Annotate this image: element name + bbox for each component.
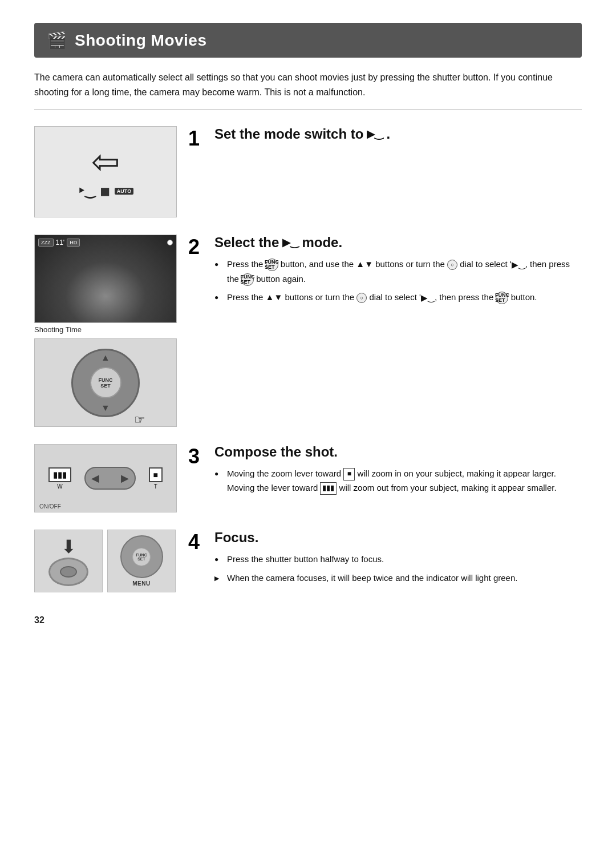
step-4-shutter-image: ⬇ — [34, 530, 103, 592]
step-1-movie-icon: ▶‿ — [367, 128, 383, 140]
movie-icon-2: ▶‿ — [421, 293, 435, 302]
step-1-row: ⇦ ‣‿ ◼ AUTO 1 Set the mode switch to ▶‿. — [34, 126, 582, 217]
time-indicator: 11' — [56, 239, 65, 247]
step-1-title-period: . — [386, 126, 390, 142]
step-2-image-col: ZZZ 11' HD Shooting Time ▲ ▼ FUNC SET — [34, 235, 183, 427]
on-off-label: ON/OFF — [39, 503, 61, 510]
zoom-left-arrow: ◀ — [91, 472, 99, 485]
step-1-title: Set the mode switch to ▶‿. — [214, 126, 582, 142]
step-2-bullet-1: Press the FUNCSET button, and use the ▲▼… — [214, 257, 582, 286]
step-2-text: Select the ▶‿ mode. Press the FUNCSET bu… — [214, 235, 582, 310]
wide-label: W — [57, 483, 62, 490]
step-4-body: Press the shutter button halfway to focu… — [214, 552, 582, 586]
zoom-body: ◀ ▶ — [84, 467, 136, 490]
step-4-text: Focus. Press the shutter button halfway … — [214, 530, 582, 590]
tele-zoom-side: ■ T — [149, 467, 163, 490]
step-1-image-col: ⇦ ‣‿ ◼ AUTO — [34, 126, 183, 217]
step-2-func-image: ▲ ▼ FUNC SET ☞ — [34, 338, 177, 427]
step-2-title-end: mode. — [302, 235, 342, 251]
func-dial: ▲ ▼ FUNC SET — [71, 349, 140, 417]
dial-arrows: ▲ ▼ — [73, 350, 138, 415]
func-icon-3: FUNCSET — [496, 292, 508, 304]
page-header: 🎬 Shooting Movies — [34, 23, 582, 58]
func-menu-center: FUNC SET — [132, 548, 151, 566]
step-2-bullets: Press the FUNCSET button, and use the ▲▼… — [214, 257, 582, 305]
tele-box-icon: ■ — [343, 468, 355, 481]
wide-box-icon: ▮▮▮ — [320, 482, 337, 495]
intro-text: The camera can automatically select all … — [34, 70, 582, 110]
step-3-body: Moving the zoom lever toward ■ will zoom… — [214, 467, 582, 495]
tele-label: T — [154, 483, 157, 490]
dial-icon-1: ○ — [447, 260, 457, 270]
left-arrow-icon: ⇦ — [91, 145, 120, 179]
step-3-row: ▮▮▮ W ◀ ▶ ■ T ON/OFF 3 — [34, 444, 582, 512]
step-3-image-col: ▮▮▮ W ◀ ▶ ■ T ON/OFF — [34, 444, 183, 512]
shutter-illustration: ⬇ — [48, 536, 88, 586]
finger-press-icon: ☞ — [134, 413, 145, 427]
step-1-title-text: Set the mode switch to — [214, 126, 363, 142]
zoom-hud-icon: ZZZ — [38, 239, 54, 247]
step-4-image-col: ⬇ FUNC SET MENU — [34, 530, 183, 592]
rec-indicator — [167, 240, 173, 245]
step-1-number: 1 — [188, 126, 209, 149]
tele-icon: ■ — [149, 467, 163, 482]
step-1-text: Set the mode switch to ▶‿. — [214, 126, 582, 149]
step-2-movie-icon: ▶‿ — [282, 236, 298, 249]
step-3-bullet-1: Moving the zoom lever toward ■ will zoom… — [214, 467, 582, 495]
step-4-bullets: Press the shutter button halfway to focu… — [214, 552, 582, 586]
step-3-title: Compose the shot. — [214, 444, 582, 460]
step-2-title-text: Select the — [214, 235, 279, 251]
step-4-number: 4 — [188, 530, 209, 552]
movie-icon-1: ▶‿ — [512, 260, 525, 269]
step-3-text: Compose the shot. Moving the zoom lever … — [214, 444, 582, 500]
quality-icon: HD — [67, 239, 80, 247]
shooting-time-label: Shooting Time — [34, 325, 183, 334]
func-menu-dial: FUNC SET — [120, 535, 163, 578]
step-3-content: 3 Compose the shot. Moving the zoom leve… — [188, 444, 582, 512]
func-menu-illustration: FUNC SET MENU — [120, 535, 163, 587]
step-2-title: Select the ▶‿ mode. — [214, 235, 582, 251]
func-menu-set: SET — [137, 557, 145, 561]
zoom-center: ◀ ▶ — [84, 467, 136, 490]
step-4-content: 4 Focus. Press the shutter button halfwa… — [188, 530, 582, 592]
movie-mode-icon: ‣‿ — [78, 184, 95, 199]
step-2-content: 2 Select the ▶‿ mode. Press the FUNCSET … — [188, 235, 582, 427]
dial-down-arrow: ▼ — [101, 403, 110, 413]
step-1-content: 1 Set the mode switch to ▶‿. — [188, 126, 582, 217]
movie-camera-icon: 🎬 — [47, 31, 67, 50]
step-2-body: Press the FUNCSET button, and use the ▲▼… — [214, 257, 582, 305]
wide-zoom-side: ▮▮▮ W — [48, 467, 71, 490]
step-1-image: ⇦ ‣‿ ◼ AUTO — [34, 126, 177, 217]
step-2-row: ZZZ 11' HD Shooting Time ▲ ▼ FUNC SET — [34, 235, 582, 427]
step-4-bullet-1: Press the shutter button halfway to focu… — [214, 552, 582, 567]
zoom-lever: ▮▮▮ W ◀ ▶ ■ T — [48, 467, 163, 490]
step-4-images: ⬇ FUNC SET MENU — [34, 530, 183, 592]
step-4-arrow-1: When the camera focuses, it will beep tw… — [214, 571, 582, 586]
func-icon-2: FUNCSET — [241, 273, 254, 286]
page-title: Shooting Movies — [75, 31, 207, 50]
step-3-zoom-image: ▮▮▮ W ◀ ▶ ■ T ON/OFF — [34, 444, 177, 512]
func-menu-func: FUNC — [136, 553, 147, 557]
menu-label: MENU — [132, 580, 150, 587]
func-icon-1: FUNCSET — [266, 259, 278, 271]
page-number: 32 — [34, 615, 582, 625]
scene-hud: ZZZ 11' HD — [38, 239, 173, 247]
wide-icon: ▮▮▮ — [48, 467, 71, 482]
step-4-title: Focus. — [214, 530, 582, 546]
shutter-oval — [48, 558, 88, 586]
step-3-number: 3 — [188, 444, 209, 467]
zoom-right-arrow: ▶ — [121, 472, 129, 485]
scene-hud-left: ZZZ 11' HD — [38, 239, 80, 247]
step-2-number: 2 — [188, 235, 209, 257]
dial-up-arrow: ▲ — [101, 353, 110, 363]
scene-background — [35, 235, 176, 322]
step-4-row: ⬇ FUNC SET MENU — [34, 530, 582, 592]
on-off-text: ON/OFF — [39, 503, 61, 510]
step-2-scene-image: ZZZ 11' HD — [34, 235, 177, 323]
camera-mode-icon: ◼ — [100, 184, 110, 199]
press-down-arrow: ⬇ — [61, 536, 76, 558]
step-3-bullets: Moving the zoom lever toward ■ will zoom… — [214, 467, 582, 495]
step-2-bullet-2: Press the ▲▼ buttons or turn the ○ dial … — [214, 290, 582, 305]
dial-icon-2: ○ — [356, 293, 367, 303]
shutter-button-shape — [60, 566, 77, 578]
